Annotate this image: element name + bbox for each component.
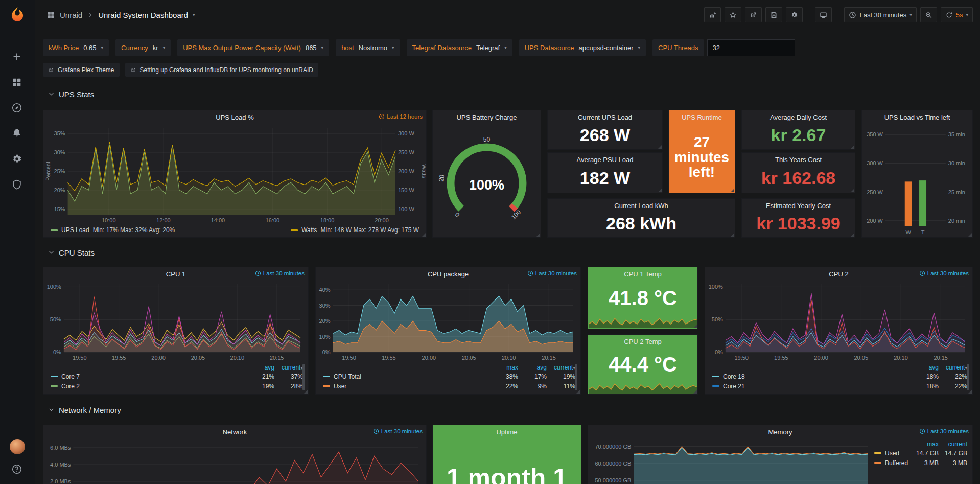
panel-time-override[interactable]: Last 30 minutes — [255, 270, 305, 276]
panel-resize-handle[interactable] — [968, 390, 972, 394]
panel-title[interactable]: Uptime — [496, 428, 517, 436]
legend-series-name[interactable]: Core 2 — [61, 383, 246, 390]
dashboard-grid-icon[interactable] — [46, 11, 55, 19]
user-avatar[interactable] — [10, 439, 25, 454]
cycle-view-mode-button[interactable] — [815, 7, 832, 22]
legend-sort-max[interactable]: max — [910, 441, 939, 448]
section-network-memory[interactable]: Network / Memory — [48, 406, 121, 414]
breadcrumb-folder[interactable]: Unraid — [60, 11, 82, 19]
cpu-threads-input[interactable] — [707, 39, 795, 56]
ups-vs-time-bar-chart[interactable]: 200 W250 W300 W350 W20 min25 min30 min35… — [862, 124, 972, 237]
legend-series-name[interactable]: Buffered — [885, 459, 910, 467]
sidebar-item-help[interactable] — [11, 464, 24, 476]
add-panel-button[interactable] — [704, 7, 721, 22]
panel-title[interactable]: CPU 2 — [829, 270, 848, 278]
cpu1-chart[interactable]: 19:5019:5520:0020:0520:1020:150%50%100% — [44, 281, 308, 362]
sidebar-item-dashboards[interactable] — [11, 77, 24, 89]
legend-series-name[interactable]: Core 18 — [723, 373, 910, 380]
legend-sort-current[interactable]: current▾ — [274, 364, 303, 371]
panel-title[interactable]: CPU 1 — [166, 270, 185, 278]
legend-scrollbar[interactable] — [967, 364, 969, 390]
ups-load-chart[interactable]: 10:0012:0014:0016:0018:0020:0015%20%25%3… — [44, 124, 426, 225]
panel-title[interactable]: Average PSU Load — [576, 156, 633, 164]
refresh-button[interactable]: 5s ▾ — [941, 7, 973, 22]
panel-resize-handle[interactable] — [576, 390, 580, 394]
time-range-picker[interactable]: Last 30 minutes ▾ — [844, 7, 916, 22]
panel-title[interactable]: Network — [223, 428, 247, 436]
battery-gauge-chart[interactable]: 02050100100% — [433, 124, 540, 237]
legend-scrollbar[interactable] — [575, 364, 577, 390]
panel-title[interactable]: Memory — [768, 428, 792, 436]
variable-ups-datasource[interactable]: UPS Datasource apcupsd-container ▾ — [519, 39, 646, 56]
panel-time-override[interactable]: Last 30 minutes — [919, 428, 969, 434]
panel-resize-handle[interactable] — [851, 189, 854, 192]
panel-resize-handle[interactable] — [693, 325, 697, 328]
panel-resize-handle[interactable] — [731, 233, 734, 237]
memory-chart[interactable]: 50.000000 GB60.000000 GB70.000000 GB — [589, 439, 875, 484]
legend-sort-avg[interactable]: avg — [910, 364, 939, 371]
panel-title[interactable]: UPS Load vs Time left — [884, 113, 950, 121]
panel-title[interactable]: CPU 2 Temp — [624, 338, 661, 345]
panel-title[interactable]: Current Load kWh — [614, 202, 668, 210]
legend-scrollbar[interactable] — [302, 364, 305, 390]
sidebar-item-configuration[interactable] — [11, 153, 24, 166]
sidebar-item-server-admin[interactable] — [11, 179, 24, 191]
panel-title[interactable]: Estimated Yearly Cost — [766, 202, 831, 210]
panel-resize-handle[interactable] — [536, 233, 540, 237]
network-chart[interactable]: 2.0 MBs4.0 MBs6.0 MBs — [44, 439, 426, 484]
zoom-out-button[interactable] — [920, 7, 937, 22]
dashboard-title[interactable]: Unraid System Dashboard — [98, 11, 188, 19]
legend-sort-current[interactable]: current — [939, 441, 967, 448]
panel-title[interactable]: Average Daily Cost — [770, 113, 827, 121]
legend-sort-avg[interactable]: avg — [246, 364, 274, 371]
panel-time-override[interactable]: Last 30 minutes — [373, 428, 423, 434]
variable-currency[interactable]: Currency kr ▾ — [115, 39, 171, 56]
panel-resize-handle[interactable] — [731, 189, 734, 192]
panel-resize-handle[interactable] — [851, 233, 854, 237]
save-button[interactable] — [765, 7, 782, 22]
legend-sort-current[interactable]: current▾ — [939, 364, 967, 371]
chevron-down-icon[interactable]: ▾ — [193, 13, 195, 17]
legend-series-name[interactable]: CPU Total — [334, 373, 489, 380]
panel-resize-handle[interactable] — [968, 233, 972, 237]
grafana-logo-icon[interactable] — [8, 5, 27, 25]
star-button[interactable] — [725, 7, 741, 22]
share-button[interactable] — [745, 7, 762, 22]
panel-resize-handle[interactable] — [658, 189, 662, 192]
cpu2-chart[interactable]: 19:5019:5520:0020:0520:1020:150%50%100% — [706, 281, 972, 362]
dashboard-settings-button[interactable] — [786, 7, 803, 22]
sidebar-item-alerting[interactable] — [11, 128, 24, 140]
section-ups-stats[interactable]: UPS Stats — [48, 90, 94, 99]
legend-series-name[interactable]: Core 7 — [61, 373, 246, 380]
panel-resize-handle[interactable] — [693, 390, 697, 394]
legend-series-name[interactable]: Watts — [301, 226, 317, 234]
sidebar-item-create[interactable] — [11, 51, 24, 63]
panel-title[interactable]: Current UPS Load — [578, 113, 632, 121]
variable-telegraf-datasource[interactable]: Telegraf Datasource Telegraf ▾ — [407, 39, 512, 56]
legend-series-name[interactable]: Used — [885, 450, 910, 457]
panel-title[interactable]: UPS Load % — [216, 113, 253, 121]
sidebar-item-explore[interactable] — [11, 102, 24, 114]
panel-title[interactable]: This Years Cost — [775, 156, 822, 164]
dashboard-link-plex-theme[interactable]: Grafana Plex Theme — [43, 63, 120, 77]
legend-sort-current[interactable]: current▾ — [547, 364, 575, 371]
panel-resize-handle[interactable] — [851, 145, 854, 149]
dashboard-link-ups-guide[interactable]: Setting up Grafana and InfluxDB for UPS … — [125, 63, 319, 77]
cpu-package-chart[interactable]: 19:5019:5520:0020:0520:1020:150%10%20%30… — [316, 281, 580, 362]
legend-sort-max[interactable]: max — [489, 364, 518, 371]
panel-title[interactable]: UPS Runtime — [682, 113, 722, 121]
chevron-down-icon[interactable]: ▾ — [966, 13, 968, 17]
panel-title[interactable]: UPS Battery Charge — [457, 113, 517, 121]
legend-series-name[interactable]: User — [334, 383, 489, 390]
panel-time-override[interactable]: Last 12 hours — [379, 113, 423, 120]
panel-title[interactable]: CPU 1 Temp — [624, 270, 661, 278]
panel-time-override[interactable]: Last 30 minutes — [527, 270, 577, 276]
panel-resize-handle[interactable] — [422, 233, 426, 237]
panel-time-override[interactable]: Last 30 minutes — [919, 270, 969, 276]
variable-ups-max-output[interactable]: UPS Max Output Power Capacity (Watt) 865… — [177, 39, 329, 56]
variable-kwh-price[interactable]: kWh Price 0.65 ▾ — [43, 39, 109, 56]
legend-series-name[interactable]: Core 21 — [723, 383, 910, 390]
legend-sort-avg[interactable]: avg — [518, 364, 547, 371]
variable-host[interactable]: host Nostromo ▾ — [336, 39, 400, 56]
section-cpu-stats[interactable]: CPU Stats — [48, 248, 95, 257]
